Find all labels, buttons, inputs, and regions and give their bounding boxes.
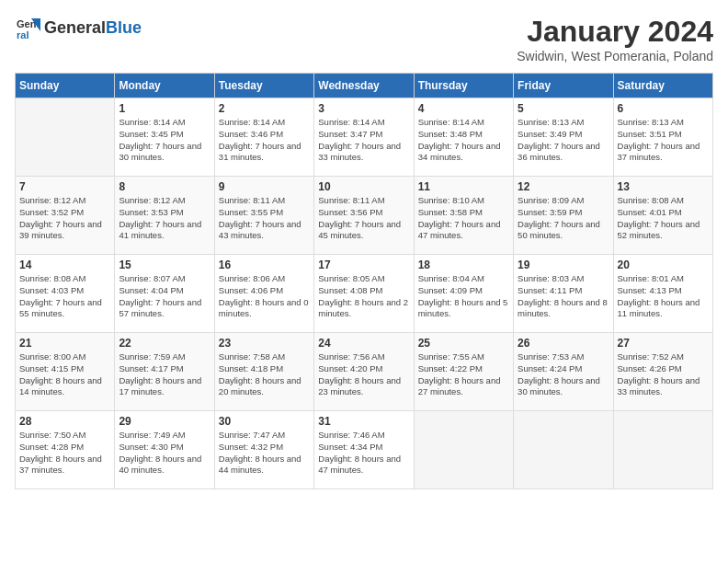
calendar-cell: 25Sunrise: 7:55 AMSunset: 4:22 PMDayligh… [414, 333, 513, 411]
calendar-cell: 30Sunrise: 7:47 AMSunset: 4:32 PMDayligh… [214, 411, 313, 489]
day-number: 1 [119, 102, 210, 115]
calendar-cell: 28Sunrise: 7:50 AMSunset: 4:28 PMDayligh… [16, 411, 115, 489]
day-info: Sunrise: 8:01 AMSunset: 4:13 PMDaylight:… [618, 273, 709, 320]
calendar-table: SundayMondayTuesdayWednesdayThursdayFrid… [15, 73, 713, 489]
day-number: 19 [518, 259, 609, 271]
day-info: Sunrise: 7:59 AMSunset: 4:17 PMDaylight:… [119, 351, 210, 398]
day-number: 23 [219, 337, 310, 350]
calendar-cell: 31Sunrise: 7:46 AMSunset: 4:34 PMDayligh… [314, 411, 414, 489]
calendar-cell: 8Sunrise: 8:12 AMSunset: 3:53 PMDaylight… [115, 177, 214, 255]
calendar-cell: 1Sunrise: 8:14 AMSunset: 3:45 PMDaylight… [115, 98, 214, 177]
day-info: Sunrise: 7:50 AMSunset: 4:28 PMDaylight:… [19, 430, 110, 477]
calendar-cell: 11Sunrise: 8:10 AMSunset: 3:58 PMDayligh… [414, 177, 513, 255]
day-number: 11 [418, 180, 509, 193]
calendar-cell: 2Sunrise: 8:14 AMSunset: 3:46 PMDaylight… [214, 98, 313, 177]
day-number: 28 [19, 415, 110, 428]
day-number: 18 [418, 259, 509, 271]
day-number: 13 [618, 180, 709, 193]
month-title: January 2024 [517, 15, 713, 49]
calendar-cell: 16Sunrise: 8:06 AMSunset: 4:06 PMDayligh… [214, 255, 313, 333]
weekday-header-sunday: Sunday [16, 74, 115, 98]
logo: Gene ral GeneralBlue [15, 15, 142, 40]
weekday-header-tuesday: Tuesday [214, 74, 313, 98]
day-number: 26 [518, 337, 609, 350]
day-number: 12 [518, 180, 609, 193]
calendar-cell: 21Sunrise: 8:00 AMSunset: 4:15 PMDayligh… [16, 333, 115, 411]
calendar-cell: 22Sunrise: 7:59 AMSunset: 4:17 PMDayligh… [115, 333, 214, 411]
day-number: 10 [318, 180, 409, 193]
day-number: 6 [618, 102, 709, 115]
day-number: 4 [418, 102, 509, 115]
svg-text:ral: ral [17, 29, 28, 40]
day-number: 29 [119, 415, 210, 428]
day-number: 24 [318, 337, 409, 350]
calendar-cell: 29Sunrise: 7:49 AMSunset: 4:30 PMDayligh… [115, 411, 214, 489]
day-number: 20 [618, 259, 709, 271]
calendar-cell: 24Sunrise: 7:56 AMSunset: 4:20 PMDayligh… [314, 333, 414, 411]
calendar-cell: 4Sunrise: 8:14 AMSunset: 3:48 PMDaylight… [414, 98, 513, 177]
week-row-2: 7Sunrise: 8:12 AMSunset: 3:52 PMDaylight… [16, 177, 713, 255]
day-number: 8 [119, 180, 210, 193]
day-number: 3 [318, 102, 409, 115]
day-info: Sunrise: 8:03 AMSunset: 4:11 PMDaylight:… [518, 273, 609, 320]
day-info: Sunrise: 8:06 AMSunset: 4:06 PMDaylight:… [219, 273, 310, 320]
day-info: Sunrise: 8:11 AMSunset: 3:55 PMDaylight:… [219, 195, 310, 242]
calendar-cell: 23Sunrise: 7:58 AMSunset: 4:18 PMDayligh… [214, 333, 313, 411]
weekday-header-wednesday: Wednesday [314, 74, 414, 98]
day-number: 5 [518, 102, 609, 115]
calendar-cell: 20Sunrise: 8:01 AMSunset: 4:13 PMDayligh… [613, 255, 712, 333]
calendar-cell [414, 411, 513, 489]
day-number: 14 [19, 259, 110, 271]
day-number: 30 [219, 415, 310, 428]
day-number: 17 [318, 259, 409, 271]
day-info: Sunrise: 8:12 AMSunset: 3:53 PMDaylight:… [119, 195, 210, 242]
day-info: Sunrise: 8:04 AMSunset: 4:09 PMDaylight:… [418, 273, 509, 320]
calendar-cell: 7Sunrise: 8:12 AMSunset: 3:52 PMDaylight… [16, 177, 115, 255]
day-info: Sunrise: 7:49 AMSunset: 4:30 PMDaylight:… [119, 430, 210, 477]
day-info: Sunrise: 8:10 AMSunset: 3:58 PMDaylight:… [418, 195, 509, 242]
day-info: Sunrise: 7:46 AMSunset: 4:34 PMDaylight:… [318, 430, 409, 477]
day-info: Sunrise: 7:58 AMSunset: 4:18 PMDaylight:… [219, 351, 310, 398]
calendar-cell: 12Sunrise: 8:09 AMSunset: 3:59 PMDayligh… [514, 177, 613, 255]
day-info: Sunrise: 8:09 AMSunset: 3:59 PMDaylight:… [518, 195, 609, 242]
calendar-cell: 3Sunrise: 8:14 AMSunset: 3:47 PMDaylight… [314, 98, 414, 177]
calendar-cell: 13Sunrise: 8:08 AMSunset: 4:01 PMDayligh… [613, 177, 712, 255]
calendar-cell: 9Sunrise: 8:11 AMSunset: 3:55 PMDaylight… [214, 177, 313, 255]
day-number: 2 [219, 102, 310, 115]
week-row-3: 14Sunrise: 8:08 AMSunset: 4:03 PMDayligh… [16, 255, 713, 333]
day-info: Sunrise: 8:00 AMSunset: 4:15 PMDaylight:… [19, 351, 110, 398]
day-info: Sunrise: 8:14 AMSunset: 3:46 PMDaylight:… [219, 117, 310, 164]
weekday-header-thursday: Thursday [414, 74, 513, 98]
day-number: 9 [219, 180, 310, 193]
day-number: 27 [618, 337, 709, 350]
weekday-header-row: SundayMondayTuesdayWednesdayThursdayFrid… [16, 74, 713, 98]
calendar-cell: 5Sunrise: 8:13 AMSunset: 3:49 PMDaylight… [514, 98, 613, 177]
day-info: Sunrise: 7:47 AMSunset: 4:32 PMDaylight:… [219, 430, 310, 477]
day-info: Sunrise: 8:08 AMSunset: 4:01 PMDaylight:… [618, 195, 709, 242]
calendar-cell: 27Sunrise: 7:52 AMSunset: 4:26 PMDayligh… [613, 333, 712, 411]
day-info: Sunrise: 7:56 AMSunset: 4:20 PMDaylight:… [318, 351, 409, 398]
day-number: 25 [418, 337, 509, 350]
calendar-cell: 10Sunrise: 8:11 AMSunset: 3:56 PMDayligh… [314, 177, 414, 255]
day-info: Sunrise: 7:53 AMSunset: 4:24 PMDaylight:… [518, 351, 609, 398]
calendar-cell: 26Sunrise: 7:53 AMSunset: 4:24 PMDayligh… [514, 333, 613, 411]
logo-icon: Gene ral [15, 15, 40, 40]
calendar-cell [16, 98, 115, 177]
calendar-cell: 6Sunrise: 8:13 AMSunset: 3:51 PMDaylight… [613, 98, 712, 177]
day-info: Sunrise: 8:13 AMSunset: 3:49 PMDaylight:… [518, 117, 609, 164]
week-row-1: 1Sunrise: 8:14 AMSunset: 3:45 PMDaylight… [16, 98, 713, 177]
calendar-cell [613, 411, 712, 489]
day-info: Sunrise: 8:08 AMSunset: 4:03 PMDaylight:… [19, 273, 110, 320]
weekday-header-saturday: Saturday [613, 74, 712, 98]
calendar-cell [514, 411, 613, 489]
day-number: 15 [119, 259, 210, 271]
calendar-cell: 17Sunrise: 8:05 AMSunset: 4:08 PMDayligh… [314, 255, 414, 333]
day-number: 31 [318, 415, 409, 428]
weekday-header-friday: Friday [514, 74, 613, 98]
day-info: Sunrise: 8:14 AMSunset: 3:48 PMDaylight:… [418, 117, 509, 164]
day-info: Sunrise: 8:11 AMSunset: 3:56 PMDaylight:… [318, 195, 409, 242]
day-info: Sunrise: 8:14 AMSunset: 3:47 PMDaylight:… [318, 117, 409, 164]
day-info: Sunrise: 8:14 AMSunset: 3:45 PMDaylight:… [119, 117, 210, 164]
logo-text-general: General [44, 18, 106, 38]
week-row-5: 28Sunrise: 7:50 AMSunset: 4:28 PMDayligh… [16, 411, 713, 489]
